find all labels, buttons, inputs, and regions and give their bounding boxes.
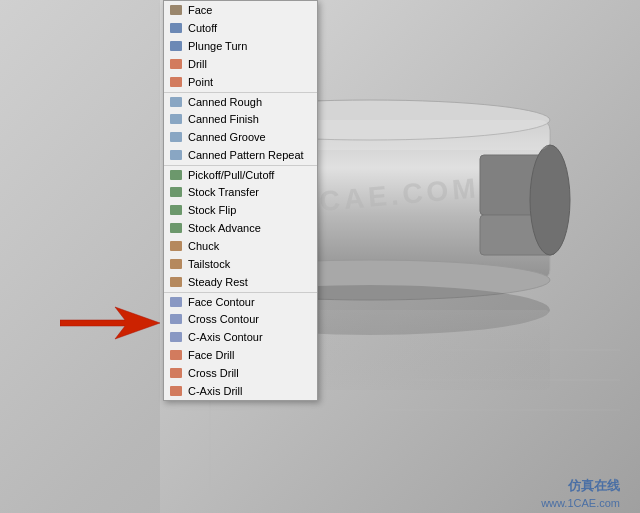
- context-menu: FaceCutoffPlunge TurnDrillPointCanned Ro…: [163, 0, 318, 401]
- menu-item-chuck[interactable]: Chuck: [164, 237, 317, 255]
- menu-item-face-contour[interactable]: Face Contour: [164, 292, 317, 310]
- arrow-indicator: [60, 305, 160, 344]
- brand-url: www.1CAE.com: [541, 497, 620, 509]
- menu-item-c-axis-contour[interactable]: C-Axis Contour: [164, 328, 317, 346]
- menu-item-canned-rough[interactable]: Canned Rough: [164, 92, 317, 110]
- background-scene: [0, 0, 640, 513]
- plunge-turn-icon: [168, 39, 184, 53]
- pickoff-icon: [168, 168, 184, 182]
- c-axis-contour-icon: [168, 330, 184, 344]
- menu-item-label-stock-transfer: Stock Transfer: [188, 186, 259, 198]
- stock-advance-icon: [168, 221, 184, 235]
- canned-finish-icon: [168, 112, 184, 126]
- menu-item-label-pickoff: Pickoff/Pull/Cutoff: [188, 169, 274, 181]
- svg-point-11: [530, 145, 570, 255]
- brand-watermark: 仿真在线: [568, 477, 620, 495]
- canned-pattern-icon: [168, 148, 184, 162]
- menu-item-label-face-drill: Face Drill: [188, 349, 234, 361]
- face-icon: [168, 3, 184, 17]
- menu-item-stock-flip[interactable]: Stock Flip: [164, 201, 317, 219]
- menu-item-label-stock-advance: Stock Advance: [188, 222, 261, 234]
- menu-item-label-face-contour: Face Contour: [188, 296, 255, 308]
- menu-item-label-chuck: Chuck: [188, 240, 219, 252]
- menu-item-canned-pattern[interactable]: Canned Pattern Repeat: [164, 146, 317, 164]
- cross-contour-icon: [168, 312, 184, 326]
- menu-item-label-stock-flip: Stock Flip: [188, 204, 236, 216]
- drill-icon: [168, 57, 184, 71]
- menu-item-label-face: Face: [188, 4, 212, 16]
- cutoff-icon: [168, 21, 184, 35]
- menu-item-label-tailstock: Tailstock: [188, 258, 230, 270]
- menu-item-face-drill[interactable]: Face Drill: [164, 346, 317, 364]
- steady-rest-icon: [168, 275, 184, 289]
- menu-item-cross-drill[interactable]: Cross Drill: [164, 364, 317, 382]
- stock-flip-icon: [168, 203, 184, 217]
- menu-item-tailstock[interactable]: Tailstock: [164, 255, 317, 273]
- menu-item-point[interactable]: Point: [164, 73, 317, 91]
- cross-drill-icon: [168, 366, 184, 380]
- menu-item-label-steady-rest: Steady Rest: [188, 276, 248, 288]
- menu-item-label-canned-groove: Canned Groove: [188, 131, 266, 143]
- menu-item-drill[interactable]: Drill: [164, 55, 317, 73]
- canned-rough-icon: [168, 95, 184, 109]
- menu-item-label-c-axis-drill: C-Axis Drill: [188, 385, 242, 397]
- menu-item-label-canned-rough: Canned Rough: [188, 96, 262, 108]
- stock-transfer-icon: [168, 185, 184, 199]
- menu-item-label-plunge-turn: Plunge Turn: [188, 40, 247, 52]
- menu-item-stock-transfer[interactable]: Stock Transfer: [164, 183, 317, 201]
- menu-item-label-c-axis-contour: C-Axis Contour: [188, 331, 263, 343]
- menu-item-canned-finish[interactable]: Canned Finish: [164, 110, 317, 128]
- menu-item-label-drill: Drill: [188, 58, 207, 70]
- menu-item-cutoff[interactable]: Cutoff: [164, 19, 317, 37]
- menu-item-pickoff[interactable]: Pickoff/Pull/Cutoff: [164, 165, 317, 183]
- menu-item-face[interactable]: Face: [164, 1, 317, 19]
- menu-item-label-canned-pattern: Canned Pattern Repeat: [188, 149, 304, 161]
- face-drill-icon: [168, 348, 184, 362]
- menu-item-stock-advance[interactable]: Stock Advance: [164, 219, 317, 237]
- c-axis-drill-icon: [168, 384, 184, 398]
- menu-item-label-point: Point: [188, 76, 213, 88]
- menu-item-c-axis-drill[interactable]: C-Axis Drill: [164, 382, 317, 400]
- menu-item-canned-groove[interactable]: Canned Groove: [164, 128, 317, 146]
- menu-item-label-cross-drill: Cross Drill: [188, 367, 239, 379]
- canned-groove-icon: [168, 130, 184, 144]
- menu-item-label-cross-contour: Cross Contour: [188, 313, 259, 325]
- menu-item-cross-contour[interactable]: Cross Contour: [164, 310, 317, 328]
- chuck-icon: [168, 239, 184, 253]
- menu-item-steady-rest[interactable]: Steady Rest: [164, 273, 317, 291]
- tailstock-icon: [168, 257, 184, 271]
- point-icon: [168, 75, 184, 89]
- svg-marker-16: [60, 307, 160, 339]
- face-contour-icon: [168, 295, 184, 309]
- menu-item-label-cutoff: Cutoff: [188, 22, 217, 34]
- menu-item-plunge-turn[interactable]: Plunge Turn: [164, 37, 317, 55]
- menu-item-label-canned-finish: Canned Finish: [188, 113, 259, 125]
